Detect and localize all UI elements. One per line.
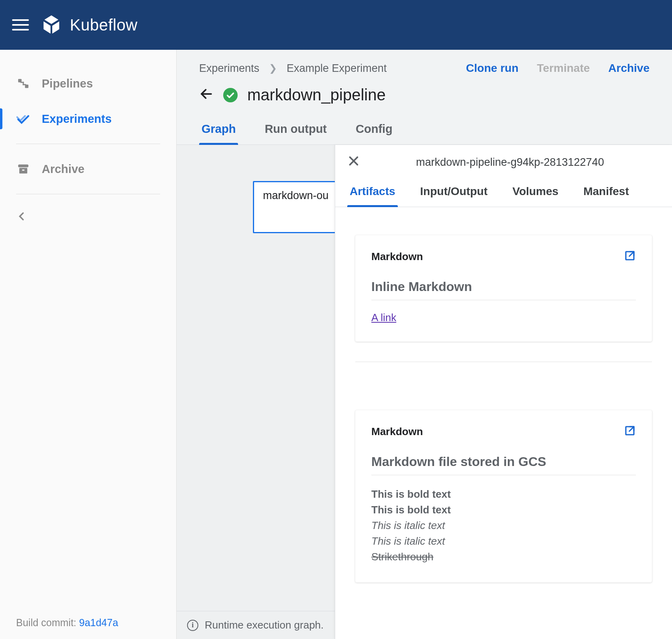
status-success-icon	[223, 88, 238, 102]
panel-body: Markdown Inline Markdown A link	[335, 207, 672, 639]
menu-button[interactable]	[12, 16, 29, 33]
tab-config[interactable]: Config	[353, 116, 395, 144]
archive-icon	[16, 162, 31, 176]
page-tabs: Graph Run output Config	[177, 116, 672, 145]
terminate-button: Terminate	[537, 62, 590, 75]
graph-footer-text: Runtime execution graph.	[205, 619, 324, 631]
tab-graph[interactable]: Graph	[199, 116, 238, 144]
divider	[371, 300, 636, 300]
clone-run-button[interactable]: Clone run	[466, 62, 519, 75]
svg-rect-8	[18, 165, 29, 167]
sidebar-item-experiments[interactable]: Experiments	[0, 101, 176, 136]
tab-manifest[interactable]: Manifest	[581, 179, 631, 207]
svg-marker-0	[45, 15, 59, 24]
open-external-icon[interactable]	[624, 425, 636, 438]
app-bar: Kubeflow	[0, 0, 672, 50]
graph-node[interactable]: markdown-ou	[253, 181, 335, 233]
markdown-body: This is bold text This is bold text This…	[371, 486, 636, 565]
brand-name: Kubeflow	[70, 16, 138, 34]
svg-marker-2	[52, 21, 59, 33]
sidebar: Pipelines Experiments Archive Build comm…	[0, 50, 177, 639]
build-commit-link[interactable]: 9a1d47a	[79, 617, 118, 628]
artifact-type-label: Markdown	[371, 425, 423, 438]
back-button[interactable]	[199, 87, 214, 104]
breadcrumb: Experiments ❯ Example Experiment	[199, 62, 387, 75]
artifact-heading: Markdown file stored in GCS	[371, 454, 636, 469]
sidebar-item-archive[interactable]: Archive	[0, 151, 176, 187]
svg-rect-7	[23, 84, 26, 85]
markdown-strike: Strikethrough	[371, 551, 434, 563]
run-actions: Clone run Terminate Archive	[466, 62, 650, 75]
panel-tabs: Artifacts Input/Output Volumes Manifest	[335, 179, 672, 207]
panel-title: markdown-pipeline-g94kp-2813122740	[372, 156, 660, 169]
tab-artifacts[interactable]: Artifacts	[347, 179, 398, 207]
page-title: markdown_pipeline	[247, 86, 386, 104]
markdown-link[interactable]: A link	[371, 311, 396, 324]
build-commit: Build commit: 9a1d47a	[16, 617, 118, 629]
divider	[371, 475, 636, 475]
artifact-type-label: Markdown	[371, 250, 423, 263]
open-external-icon[interactable]	[624, 250, 636, 263]
collapse-sidebar-button[interactable]	[0, 201, 176, 233]
markdown-italic: This is italic text	[371, 535, 445, 547]
side-panel: markdown-pipeline-g94kp-2813122740 Artif…	[335, 145, 672, 639]
svg-marker-1	[44, 21, 51, 33]
tab-run-output[interactable]: Run output	[262, 116, 329, 144]
close-panel-button[interactable]	[347, 155, 360, 170]
graph-canvas[interactable]: markdown-ou i Runtime execution graph.	[177, 145, 335, 639]
tab-volumes[interactable]: Volumes	[510, 179, 561, 207]
divider	[16, 194, 160, 194]
breadcrumb-item[interactable]: Example Experiment	[287, 62, 387, 75]
sidebar-item-pipelines[interactable]: Pipelines	[0, 66, 176, 101]
artifact-card: Markdown Markdown file stored in GCS Thi…	[355, 410, 652, 582]
archive-button[interactable]: Archive	[608, 62, 650, 75]
pipelines-icon	[16, 76, 31, 91]
markdown-bold: This is bold text	[371, 504, 451, 516]
artifact-card: Markdown Inline Markdown A link	[355, 235, 652, 342]
divider	[16, 144, 160, 144]
svg-line-15	[629, 252, 634, 256]
markdown-italic: This is italic text	[371, 519, 445, 531]
markdown-bold: This is bold text	[371, 488, 451, 500]
info-icon: i	[187, 620, 198, 631]
artifact-heading: Inline Markdown	[371, 279, 636, 294]
svg-rect-6	[20, 82, 24, 83]
breadcrumb-item[interactable]: Experiments	[199, 62, 259, 75]
kubeflow-logo-icon	[41, 14, 62, 35]
experiments-icon	[16, 112, 31, 126]
graph-footer: i Runtime execution graph.	[177, 611, 335, 639]
main: Experiments ❯ Example Experiment Clone r…	[177, 50, 672, 639]
tab-input-output[interactable]: Input/Output	[418, 179, 490, 207]
sidebar-item-label: Archive	[42, 163, 84, 176]
sidebar-item-label: Pipelines	[42, 77, 93, 90]
svg-line-17	[629, 427, 634, 431]
sidebar-item-label: Experiments	[42, 112, 112, 126]
chevron-right-icon: ❯	[269, 63, 277, 74]
svg-rect-10	[22, 169, 24, 171]
page-header: Experiments ❯ Example Experiment Clone r…	[177, 50, 672, 116]
brand[interactable]: Kubeflow	[41, 14, 138, 35]
divider	[355, 362, 652, 362]
